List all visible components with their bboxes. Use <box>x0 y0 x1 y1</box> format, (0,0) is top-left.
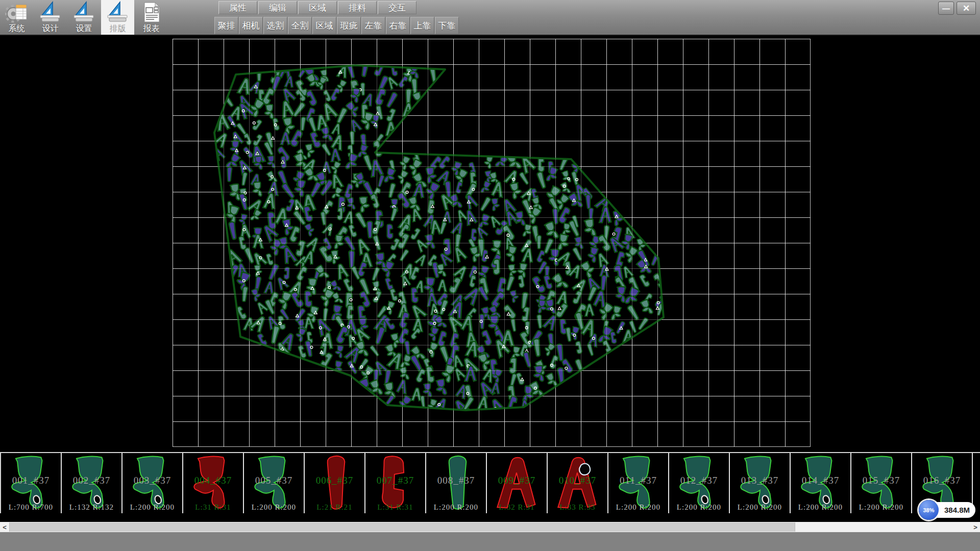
settings-icon <box>72 0 96 23</box>
piece-id: 008_#37 <box>426 475 486 486</box>
piece-id: 007_#37 <box>365 475 425 486</box>
piece-counts: L:21 R:21 <box>305 503 364 512</box>
thumbnail-cell-8[interactable]: 008_#37L:200 R:200 <box>426 453 487 513</box>
piece-id: 011_#37 <box>608 475 668 486</box>
piece-id: 010_#37 <box>548 475 607 486</box>
thumbnail-cell-2[interactable]: 002_#37L:132 R:132 <box>62 453 122 513</box>
module-design[interactable]: 设计 <box>34 0 67 35</box>
piece-counts: L:200 R:200 <box>851 503 911 512</box>
piece-counts: L:200 R:200 <box>669 503 729 512</box>
window-controls: — ✕ <box>938 2 976 15</box>
tool-button-6[interactable]: 左靠 <box>361 17 385 34</box>
module-system[interactable]: 系统 <box>0 0 33 35</box>
tool-button-7[interactable]: 右靠 <box>386 17 410 34</box>
status-bar <box>0 532 980 551</box>
module-label: 报表 <box>143 23 160 34</box>
menu-tab-4[interactable]: 交互 <box>378 1 416 14</box>
thumbnail-cell-13[interactable]: 013_#37L:200 R:200 <box>730 453 791 513</box>
menu-tab-bar: 属性编辑区域排料交互 <box>218 1 416 14</box>
piece-id: 002_#37 <box>62 475 121 486</box>
nesting-icon <box>106 0 130 23</box>
design-icon <box>39 0 62 23</box>
report-icon <box>140 0 163 23</box>
piece-id: 016_#37 <box>912 475 972 486</box>
piece-counts: L:31 R:31 <box>183 503 243 512</box>
thumbnail-cell-1[interactable]: 001_#37L:700 R:700 <box>1 453 62 513</box>
module-report[interactable]: 报表 <box>135 0 168 35</box>
app-window: 系统设计设置排版报表 属性编辑区域排料交互 聚排相机选割全割区域瑕疵左靠右靠上靠… <box>0 0 980 551</box>
piece-counts: L:200 R:200 <box>608 503 668 512</box>
thumbnail-cell-9[interactable]: 009_#37L:32 R:31 <box>487 453 548 513</box>
piece-id: 013_#37 <box>730 475 790 486</box>
menu-tab-1[interactable]: 编辑 <box>258 1 297 14</box>
piece-id: 012_#37 <box>669 475 729 486</box>
piece-id: 009_#37 <box>487 475 547 486</box>
tool-button-9[interactable]: 下靠 <box>435 17 459 34</box>
menu-tab-3[interactable]: 排料 <box>338 1 377 14</box>
thumbnail-cell-12[interactable]: 012_#37L:200 R:200 <box>669 453 730 513</box>
piece-counts: L:200 R:200 <box>244 503 304 512</box>
menu-tab-2[interactable]: 区域 <box>298 1 337 14</box>
tool-button-1[interactable]: 相机 <box>239 17 263 34</box>
toolbar: 系统设计设置排版报表 属性编辑区域排料交互 聚排相机选割全割区域瑕疵左靠右靠上靠… <box>0 0 980 36</box>
thumbnail-cell-10[interactable]: 010_#37L:33 R:33 <box>548 453 608 513</box>
scroll-left-arrow[interactable]: < <box>0 522 9 532</box>
menu-tab-0[interactable]: 属性 <box>218 1 257 14</box>
scrollbar-thumb[interactable] <box>9 522 795 532</box>
thumbnail-cell-3[interactable]: 003_#37L:200 R:200 <box>122 453 183 513</box>
system-icon <box>5 0 29 23</box>
piece-id: 001_#37 <box>1 475 61 486</box>
scroll-right-arrow[interactable]: > <box>971 522 980 532</box>
piece-thumbnail-strip: 001_#37L:700 R:700002_#37L:132 R:132003_… <box>0 452 980 513</box>
thumbnail-cell-4[interactable]: 004_#37L:31 R:31 <box>183 453 244 513</box>
piece-id: 003_#37 <box>122 475 182 486</box>
tool-button-2[interactable]: 选割 <box>263 17 287 34</box>
piece-counts: L:200 R:200 <box>730 503 790 512</box>
piece-id: 005_#37 <box>244 475 304 486</box>
thumbnail-cell-5[interactable]: 005_#37L:200 R:200 <box>244 453 305 513</box>
tool-button-0[interactable]: 聚排 <box>214 17 238 34</box>
piece-id: 014_#37 <box>791 475 850 486</box>
module-settings[interactable]: 设置 <box>67 0 101 35</box>
module-label: 设计 <box>42 23 59 34</box>
piece-counts: L:31 R:31 <box>365 503 425 512</box>
module-label: 系统 <box>9 23 25 34</box>
piece-counts: L:700 R:700 <box>1 503 61 512</box>
piece-counts: L:200 R:200 <box>122 503 182 512</box>
tool-button-5[interactable]: 瑕疵 <box>337 17 361 34</box>
module-nesting[interactable]: 排版 <box>101 0 134 35</box>
minimize-button[interactable]: — <box>938 2 954 15</box>
piece-counts: L:200 R:200 <box>426 503 486 512</box>
leather-hide-nest[interactable] <box>173 39 811 447</box>
nesting-canvas[interactable] <box>173 39 811 447</box>
piece-counts: L:32 R:31 <box>487 503 547 512</box>
memory-usage-badge: 384.8M 38% <box>919 500 977 520</box>
module-label: 排版 <box>110 23 126 34</box>
memory-percent-badge: 38% <box>919 500 939 520</box>
close-button[interactable]: ✕ <box>957 2 976 15</box>
thumbnail-cell-6[interactable]: 006_#37L:21 R:21 <box>305 453 365 513</box>
thumbnail-cell-15[interactable]: 015_#37L:200 R:200 <box>851 453 912 513</box>
piece-id: 004_#37 <box>183 475 243 486</box>
thumbnail-scrollbar[interactable]: < > <box>0 522 980 532</box>
thumbnail-cell-14[interactable]: 014_#37L:200 R:200 <box>791 453 851 513</box>
tool-button-3[interactable]: 全割 <box>288 17 312 34</box>
piece-id: 006_#37 <box>305 475 364 486</box>
thumbnail-cell-11[interactable]: 011_#37L:200 R:200 <box>608 453 669 513</box>
module-label: 设置 <box>76 23 92 34</box>
piece-counts: L:33 R:33 <box>548 503 607 512</box>
piece-id: 015_#37 <box>851 475 911 486</box>
tool-button-row: 聚排相机选割全割区域瑕疵左靠右靠上靠下靠 <box>214 17 459 34</box>
tool-button-4[interactable]: 区域 <box>312 17 336 34</box>
thumbnail-cell-7[interactable]: 007_#37L:31 R:31 <box>365 453 426 513</box>
piece-counts: L:132 R:132 <box>62 503 121 512</box>
tool-button-8[interactable]: 上靠 <box>410 17 434 34</box>
piece-counts: L:200 R:200 <box>791 503 850 512</box>
